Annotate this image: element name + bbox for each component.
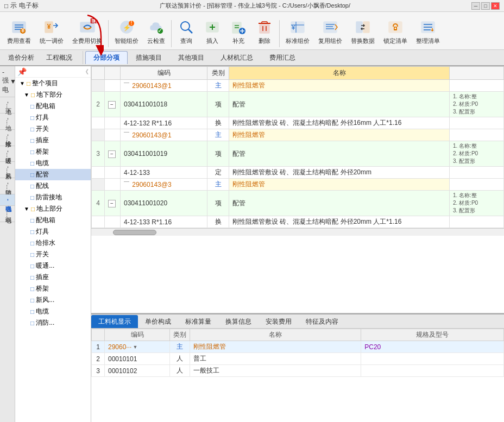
cat-drainage[interactable]: -给排水... xyxy=(0,130,15,146)
full-fee-switch-button[interactable]: 全费用切换 Ea xyxy=(68,16,106,47)
table-row[interactable]: 4-12-132 R*1.16 换 刚性阻燃管敷设 砖、混凝土结构暗配 外径16… xyxy=(92,117,504,129)
supplement-button[interactable]: 补充 xyxy=(226,16,251,47)
tree-item-lamp[interactable]: □ 灯具 xyxy=(15,112,91,123)
table-row[interactable]: 4 − 030411001020 项 配管 1. 名称:整2. 材质:P03. … xyxy=(92,191,504,216)
tree-item-above-fire[interactable]: □ 消防... xyxy=(15,317,91,329)
insert-button[interactable]: 插入 xyxy=(200,16,225,47)
table-row[interactable]: 4-12-133 定 刚性阻燃管敷设 砖、混凝土结构暗配 外径20mm xyxy=(92,167,504,179)
bottom-row-spec: PC20 xyxy=(361,341,504,353)
data-grid[interactable]: 编码 类别 名称 29060143@1 xyxy=(91,66,504,313)
left-nav-dropdown[interactable]: -强电 ▼ xyxy=(0,66,15,97)
row-num xyxy=(92,216,105,228)
table-row[interactable]: 4-12-133 R*1.16 换 刚性阻燃管敷设 砖、混凝土结构暗配 外径20… xyxy=(92,216,504,228)
bottom-tab-install-fee[interactable]: 安装费用 xyxy=(259,315,299,328)
tab-part-items[interactable]: 分部分项 xyxy=(85,51,128,64)
cat-fire[interactable]: -消防... xyxy=(0,178,15,194)
tree-item-above-cable[interactable]: □ 电缆 xyxy=(15,306,91,317)
row-num: 3 xyxy=(92,141,105,167)
tab-other-items[interactable]: 其他项目 xyxy=(170,51,212,64)
tab-labor-material[interactable]: 人材机汇总 xyxy=(212,51,261,64)
tree-item-above-lamp[interactable]: □ 灯具 xyxy=(15,226,91,237)
bottom-tab-unit-comp[interactable]: 单价构成 xyxy=(138,315,178,328)
tree-item-lightning[interactable]: □ 防雷接地 xyxy=(15,192,91,203)
tree-item-underground[interactable]: ▼ □ 地下部分 xyxy=(15,89,91,100)
bottom-row-code: 00010101 xyxy=(105,353,170,365)
bottom-grid[interactable]: 编码 类别 名称 规格及型号 1 29060··· ▼ xyxy=(91,329,504,422)
bottom-tab-labor-machine[interactable]: 工料机显示 xyxy=(91,315,138,328)
tree-item-above-switch[interactable]: □ 开关 xyxy=(15,249,91,260)
tree-item-whole-project[interactable]: ▼ □ 整个项目 xyxy=(15,78,91,89)
col-expand xyxy=(105,67,121,80)
expand-button[interactable]: − xyxy=(108,101,116,109)
bottom-tab-features[interactable]: 特征及内容 xyxy=(299,315,345,328)
tree-item-above-socket[interactable]: □ 插座 xyxy=(15,272,91,283)
cat-fresh-air[interactable]: -新风... xyxy=(0,162,15,178)
tree-item-cable[interactable]: □ 电缆 xyxy=(15,158,91,169)
query-button[interactable]: 查询 xyxy=(174,16,199,47)
unified-price-button[interactable]: ¥ 统一调价 xyxy=(36,16,67,47)
close-button[interactable]: ✕ xyxy=(491,2,500,10)
tree-item-above-hvac[interactable]: □ 暖通... xyxy=(15,260,91,272)
tree-item-above-drainage[interactable]: □ 给排水 xyxy=(15,237,91,249)
smart-group-button[interactable]: ⚡ ! 智能组价 xyxy=(111,16,142,47)
bottom-table-row[interactable]: 1 29060··· ▼ 主 刚性阻燃管 PC20 xyxy=(92,341,504,353)
tab-fee-summary[interactable]: 费用汇总 xyxy=(261,51,304,64)
row-extra: 1. 名称:整2. 材质:P03. 配置形 xyxy=(450,92,504,117)
tab-project-overview[interactable]: 工程概况 xyxy=(40,51,78,64)
table-row[interactable]: 29060143@3 主 刚性阻燃管 xyxy=(92,179,504,191)
scrollbar-thumb[interactable] xyxy=(113,230,156,235)
bottom-table-row[interactable]: 3 00010102 人 一般技工 xyxy=(92,365,504,377)
horizontal-scrollbar[interactable] xyxy=(91,228,504,236)
tree-item-above-freshair[interactable]: □ 新风... xyxy=(15,294,91,306)
bottom-tab-std-calc[interactable]: 标准算量 xyxy=(178,315,218,328)
dropdown-arrow-icon[interactable]: ▼ xyxy=(133,344,137,350)
replace-data-button[interactable]: 替换数据 xyxy=(347,16,379,47)
cat-weak-elec[interactable]: -弱电... xyxy=(0,206,15,222)
table-row[interactable]: 29060143@1 主 刚性阻燃管 xyxy=(92,80,504,92)
fee-view-button[interactable]: ¥ 费用查看 xyxy=(3,16,35,47)
tree-item-bridge[interactable]: □ 桥架 xyxy=(15,146,91,158)
minimize-button[interactable]: ─ xyxy=(471,2,480,10)
delete-button[interactable]: 删除 xyxy=(252,16,277,47)
doc-icon: □ xyxy=(30,171,34,179)
table-row[interactable]: 3 − 030411001019 项 配管 1. 名称:整2. 材质:P03. … xyxy=(92,141,504,167)
smart-group-label: 智能组价 xyxy=(115,37,138,45)
tree-item-label: 暖通... xyxy=(36,261,54,270)
std-group-button[interactable]: ¥ 标准组价 xyxy=(282,16,313,47)
tree-item-piping[interactable]: □ 配管 xyxy=(15,169,91,180)
cat-hvac[interactable]: -暖通... xyxy=(0,146,15,162)
tree-item-above-configbox[interactable]: □ 配电箱 xyxy=(15,215,91,226)
svg-rect-8 xyxy=(80,22,94,32)
tree-item-above-bridge[interactable]: □ 桥架 xyxy=(15,283,91,294)
restore-button[interactable]: □ xyxy=(481,2,490,10)
tree-item-aboveground[interactable]: ▼ □ 地上部分 xyxy=(15,203,91,215)
row-extra xyxy=(450,80,504,92)
tree-item-wiring[interactable]: □ 配线 xyxy=(15,180,91,192)
cloud-check-button[interactable]: ✓ 云检查 xyxy=(143,16,169,47)
tree-item-config-box[interactable]: □ 配电箱 xyxy=(15,100,91,112)
expand-button[interactable]: − xyxy=(108,200,116,207)
complex-group-button[interactable]: 复用组价 xyxy=(314,16,346,47)
cat-underground2[interactable]: -地... xyxy=(0,114,15,130)
menu-etab[interactable]: 电子标 xyxy=(19,1,39,10)
cat-strong-elec[interactable]: -强电 xyxy=(0,194,15,206)
toolbar-sep-2 xyxy=(171,20,172,47)
tree-item-socket[interactable]: □ 插座 xyxy=(15,135,91,146)
table-row[interactable]: 2 − 030411001018 项 配管 1. 名称:整2. 材质:P03. … xyxy=(92,92,504,117)
bottom-tab-convert-info[interactable]: 换算信息 xyxy=(218,315,259,328)
cat-underground-power[interactable]: -地下... xyxy=(0,97,15,114)
doc-icon: □ xyxy=(30,285,34,293)
expand-button[interactable]: − xyxy=(108,150,116,158)
bottom-table-row[interactable]: 2 00010101 人 普工 xyxy=(92,353,504,365)
tree-item-switch[interactable]: □ 开关 xyxy=(15,123,91,135)
table-row[interactable]: 29060143@1 主 刚性阻燃管 xyxy=(92,129,504,141)
lock-list-button[interactable]: 锁定清单 xyxy=(380,16,411,47)
menu-show[interactable]: 示 xyxy=(10,1,17,10)
unified-price-icon: ¥ xyxy=(43,18,60,36)
tree-item-label: 配管 xyxy=(36,170,49,179)
sidebar-pin-icon[interactable]: 📌 xyxy=(17,67,27,76)
tab-cost-analysis[interactable]: 造价分析 xyxy=(2,51,40,64)
sort-list-button[interactable]: 整理清单 xyxy=(412,16,444,47)
sidebar-collapse-icon[interactable]: 《 xyxy=(83,68,89,76)
tab-measures[interactable]: 措施项目 xyxy=(128,51,170,64)
